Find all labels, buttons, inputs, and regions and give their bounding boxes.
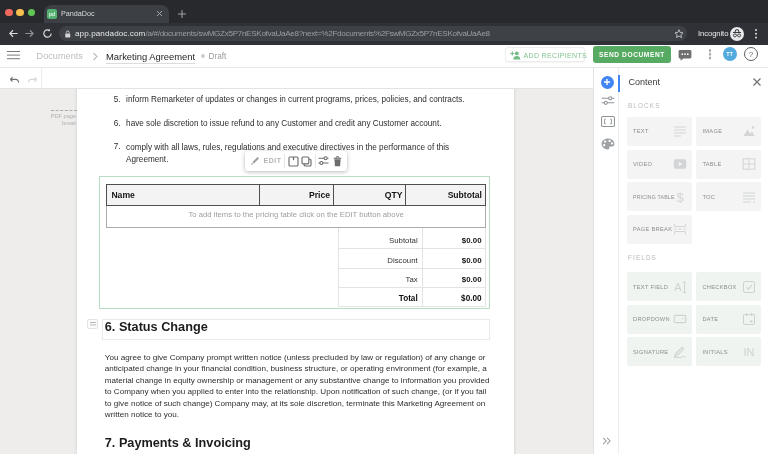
svg-text:IN: IN <box>744 346 755 358</box>
svg-text:A: A <box>674 281 682 293</box>
svg-text:$: $ <box>676 190 684 204</box>
